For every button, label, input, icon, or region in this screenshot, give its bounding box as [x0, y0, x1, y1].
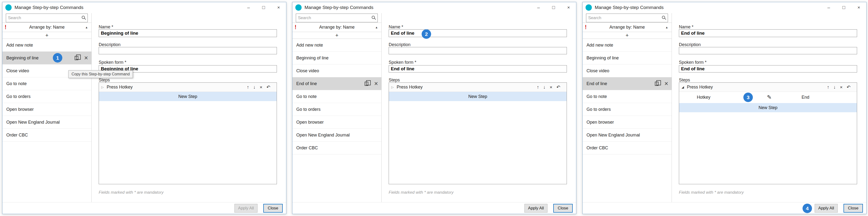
search-input[interactable] [6, 13, 88, 22]
list-item[interactable]: End of line× [292, 77, 381, 90]
name-label: Name * [99, 25, 113, 30]
list-item[interactable]: Open browser [292, 116, 381, 129]
list-item-label: Open browser [296, 120, 378, 125]
step-title: Press Hotkey [397, 85, 423, 90]
close-button[interactable]: Close [263, 204, 283, 213]
name-input[interactable] [679, 29, 857, 37]
apply-all-button[interactable]: Apply All [524, 204, 548, 213]
move-down-icon[interactable]: ↓ [253, 85, 255, 89]
description-input[interactable] [99, 47, 277, 54]
list-item[interactable]: Go to note [583, 90, 672, 103]
move-down-icon[interactable]: ↓ [543, 85, 546, 89]
list-item[interactable]: Open browser [2, 103, 91, 116]
maximize-button[interactable]: □ [256, 2, 271, 13]
list-item[interactable]: Add new note [292, 39, 381, 52]
title-bar[interactable]: Manage Step-by-step Commands – □ × [583, 2, 866, 13]
apply-all-button[interactable]: Apply All [235, 204, 257, 213]
list-item[interactable]: Order CBC [292, 142, 381, 154]
arrange-by-header[interactable]: ! Arrange by: Name ▲ [292, 23, 381, 32]
list-item-label: Add new note [6, 43, 88, 48]
new-step-row[interactable]: New Step [389, 92, 567, 101]
list-item-label: Close video [296, 68, 378, 73]
move-up-icon[interactable]: ↑ [537, 85, 539, 89]
move-up-icon[interactable]: ↑ [247, 85, 249, 89]
new-step-row[interactable]: New Step [99, 92, 277, 101]
add-command-button[interactable]: + [2, 32, 91, 39]
name-input[interactable] [99, 29, 277, 37]
step-header[interactable]: ▷ Press Hotkey ↑ ↓ × ↶ [99, 83, 277, 92]
remove-step-icon[interactable]: × [840, 85, 842, 89]
add-command-button[interactable]: + [583, 32, 672, 39]
delete-command-icon[interactable]: × [374, 81, 378, 87]
list-item[interactable]: Open New England Journal [583, 129, 672, 142]
spoken-form-label: Spoken form * [389, 60, 416, 65]
arrange-by-header[interactable]: ! Arrange by: Name ▲ [583, 23, 672, 32]
delete-command-icon[interactable]: × [84, 55, 88, 61]
close-button[interactable]: Close [553, 204, 573, 213]
copy-command-icon[interactable] [365, 82, 368, 86]
search-input[interactable] [296, 13, 378, 22]
list-item[interactable]: Go to orders [2, 90, 91, 103]
list-item[interactable]: Order CBC [2, 129, 91, 142]
undo-icon[interactable]: ↶ [556, 85, 560, 89]
list-item[interactable]: Go to orders [292, 103, 381, 116]
app-icon [586, 4, 592, 11]
list-item-label: Add new note [296, 43, 378, 48]
delete-command-icon[interactable]: × [664, 81, 668, 87]
list-item[interactable]: Add new note [583, 39, 672, 52]
copy-command-icon[interactable] [75, 56, 78, 60]
list-item[interactable]: Beginning of line× [2, 52, 91, 64]
sort-ascending-icon: ▲ [665, 26, 668, 29]
list-item-label: Open New England Journal [296, 133, 378, 138]
step-header[interactable]: ▷ Press Hotkey ↑ ↓ × ↶ [389, 83, 567, 92]
list-item[interactable]: Go to orders [583, 103, 672, 116]
add-command-button[interactable]: + [292, 32, 381, 39]
undo-icon[interactable]: ↶ [267, 85, 270, 89]
step-header[interactable]: ◢ Press Hotkey ↑ ↓ × ↶ [679, 83, 857, 92]
description-input[interactable] [389, 47, 567, 54]
undo-icon[interactable]: ↶ [847, 85, 850, 89]
search-box [6, 13, 88, 22]
description-input[interactable] [679, 47, 857, 54]
list-item[interactable]: Open browser [583, 116, 672, 129]
new-step-row[interactable]: New Step [679, 103, 857, 112]
expander-expanded-icon[interactable]: ◢ [682, 85, 687, 89]
remove-step-icon[interactable]: × [550, 85, 552, 89]
list-item[interactable]: Close video [583, 64, 672, 77]
edit-pencil-icon[interactable]: ✎ [767, 94, 772, 101]
list-item[interactable]: Close video [292, 64, 381, 77]
title-bar[interactable]: Manage Step-by-step Commands – □ × [292, 2, 576, 13]
minimize-button[interactable]: – [531, 2, 546, 13]
list-item[interactable]: End of line× [583, 77, 672, 90]
spoken-form-input[interactable] [679, 65, 857, 72]
list-item[interactable]: Go to note [292, 90, 381, 103]
maximize-button[interactable]: □ [546, 2, 561, 13]
mandatory-note: Fields marked with * are mandatory [389, 190, 454, 195]
arrange-by-header[interactable]: ! Arrange by: Name ▲ [2, 23, 91, 32]
remove-step-icon[interactable]: × [260, 85, 262, 89]
list-item[interactable]: Open New England Journal [2, 116, 91, 129]
list-item[interactable]: Beginning of line [583, 52, 672, 64]
expander-collapsed-icon[interactable]: ▷ [101, 85, 107, 89]
title-bar[interactable]: Manage Step-by-step Commands – □ × [2, 2, 286, 13]
expander-collapsed-icon[interactable]: ▷ [391, 85, 397, 89]
maximize-button[interactable]: □ [836, 2, 851, 13]
spoken-form-input[interactable] [389, 65, 567, 72]
apply-all-button[interactable]: Apply All [815, 204, 838, 213]
name-input[interactable] [389, 29, 567, 37]
list-item[interactable]: Go to note [2, 77, 91, 90]
list-item[interactable]: Order CBC [583, 142, 672, 154]
list-item[interactable]: Open New England Journal [292, 129, 381, 142]
close-window-button[interactable]: × [561, 2, 576, 13]
copy-command-icon[interactable] [655, 82, 658, 86]
minimize-button[interactable]: – [821, 2, 836, 13]
close-window-button[interactable]: × [271, 2, 286, 13]
minimize-button[interactable]: – [241, 2, 256, 13]
list-item[interactable]: Add new note [2, 39, 91, 52]
close-button[interactable]: Close [843, 204, 863, 213]
list-item[interactable]: Beginning of line [292, 52, 381, 64]
move-down-icon[interactable]: ↓ [833, 85, 836, 89]
move-up-icon[interactable]: ↑ [827, 85, 830, 89]
close-window-button[interactable]: × [851, 2, 866, 13]
search-input[interactable] [586, 13, 668, 22]
